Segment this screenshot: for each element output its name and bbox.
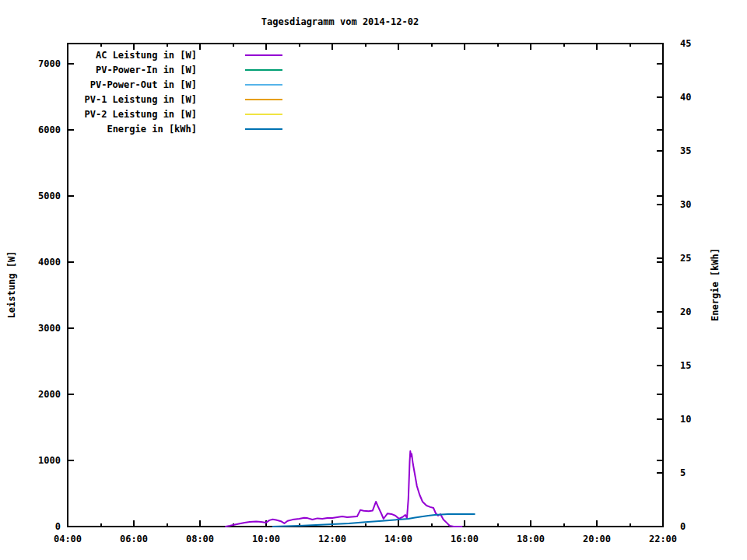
x-tick-label: 22:00	[649, 534, 677, 544]
x-tick-label: 10:00	[252, 534, 280, 544]
y-right-tick-label: 35	[680, 146, 691, 156]
x-tick-label: 12:00	[318, 534, 346, 544]
x-tick-label: 04:00	[54, 534, 82, 544]
y-right-tick-label: 45	[680, 39, 691, 48]
legend-line-sample	[245, 69, 282, 71]
x-tick-label: 18:00	[517, 534, 545, 544]
y-right-tick-label: 30	[680, 200, 691, 209]
legend-line-sample	[245, 114, 282, 115]
y-left-tick-label: 2000	[0, 390, 61, 399]
legend-line-sample	[245, 99, 282, 100]
legend-label: PV-Power-Out in [W]	[57, 80, 197, 89]
legend-label: Energie in [kWh]	[57, 124, 197, 134]
y-right-tick-label: 0	[680, 522, 686, 531]
legend-entry: Energie in [kWh]	[57, 121, 282, 136]
y-left-tick-label: 6000	[0, 125, 61, 135]
legend-line-sample	[245, 128, 282, 130]
x-tick-label: 08:00	[186, 534, 214, 544]
x-tick-label: 06:00	[120, 534, 148, 544]
legend-label: AC Leistung in [W]	[57, 51, 197, 60]
y-left-tick-label: 1000	[0, 456, 61, 465]
legend-label: PV-2 Leistung in [W]	[57, 110, 197, 119]
y-left-tick-label: 4000	[0, 257, 61, 267]
chart-canvas: Tagesdiagramm vom 2014-12-02 Leistung [W…	[0, 0, 747, 560]
y-right-tick-label: 5	[680, 468, 686, 478]
legend-label: PV-1 Leistung in [W]	[57, 95, 197, 104]
legend-line-sample	[245, 54, 282, 56]
legend-line-sample	[245, 84, 282, 86]
chart-title: Tagesdiagramm vom 2014-12-02	[261, 17, 419, 26]
x-tick-label: 16:00	[451, 534, 479, 544]
legend-label: PV-Power-In in [W]	[57, 65, 197, 75]
y-right-tick-label: 10	[680, 415, 691, 424]
x-tick-label: 14:00	[384, 534, 412, 544]
y-right-tick-label: 20	[680, 307, 691, 317]
legend-entry: PV-Power-Out in [W]	[57, 77, 282, 92]
legend-entry: PV-1 Leistung in [W]	[57, 92, 282, 107]
y-left-tick-label: 5000	[0, 191, 61, 201]
legend-entry: PV-Power-In in [W]	[57, 62, 282, 77]
y-left-tick-label: 3000	[0, 324, 61, 333]
legend: AC Leistung in [W]PV-Power-In in [W]PV-P…	[57, 47, 282, 136]
legend-entry: PV-2 Leistung in [W]	[57, 107, 282, 121]
x-tick-label: 20:00	[583, 534, 611, 544]
y-left-tick-label: 7000	[0, 59, 61, 68]
y-left-tick-label: 0	[0, 522, 61, 531]
y-right-tick-label: 40	[680, 93, 691, 102]
y-axis-label-right: Energie [kWh]	[710, 248, 720, 321]
y-right-tick-label: 25	[680, 254, 691, 263]
y-right-tick-label: 15	[680, 361, 691, 370]
legend-entry: AC Leistung in [W]	[57, 47, 282, 62]
